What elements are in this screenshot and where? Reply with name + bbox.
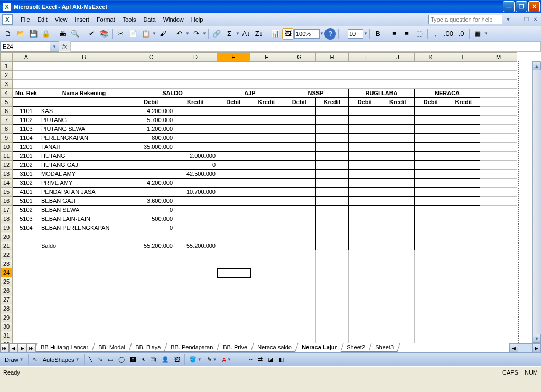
new-icon[interactable]: 🗋: [2, 28, 14, 40]
cell-K19[interactable]: [415, 223, 447, 232]
cell-L31[interactable]: [447, 331, 480, 340]
cell-A2[interactable]: [13, 71, 480, 80]
align-left-icon[interactable]: ≡: [388, 28, 400, 40]
cell-A20[interactable]: [13, 232, 40, 241]
align-center-icon[interactable]: ≡: [401, 28, 413, 40]
sheet-tab-neraca-saldo[interactable]: Neraca saldo: [250, 343, 298, 352]
cell-K10[interactable]: [415, 143, 447, 152]
cell-G25[interactable]: [283, 277, 316, 286]
cell-I19[interactable]: [349, 223, 381, 232]
cell-C16[interactable]: 3.600.000: [128, 197, 174, 206]
cell-H5[interactable]: Kredit: [316, 98, 349, 107]
cell-G21[interactable]: [283, 241, 316, 250]
column-header-G[interactable]: G: [283, 53, 316, 62]
paste-dropdown-icon[interactable]: ▼: [152, 31, 156, 36]
cell-A26[interactable]: [13, 286, 40, 295]
cell-E20[interactable]: [217, 232, 250, 241]
cell-F10[interactable]: [250, 143, 283, 152]
cell-M12[interactable]: [480, 161, 517, 170]
cell-K30[interactable]: [415, 322, 447, 331]
cell-F5[interactable]: Kredit: [250, 98, 283, 107]
cell-J19[interactable]: [381, 223, 415, 232]
cell-E6[interactable]: [217, 107, 250, 116]
cell-A12[interactable]: 2102: [13, 161, 40, 170]
cell-M1[interactable]: [480, 62, 517, 71]
cell-H8[interactable]: [316, 125, 349, 134]
bold-icon[interactable]: B: [372, 28, 384, 40]
cell-H20[interactable]: [316, 232, 349, 241]
cell-B29[interactable]: [40, 313, 128, 322]
row-header-13[interactable]: 13: [1, 170, 13, 179]
cell-K24[interactable]: [415, 268, 447, 277]
column-header-B[interactable]: B: [40, 53, 128, 62]
name-box-dropdown-icon[interactable]: ▼: [50, 41, 59, 52]
cell-G16[interactable]: [283, 197, 316, 206]
row-header-18[interactable]: 18: [1, 214, 13, 223]
cell-I28[interactable]: [349, 304, 381, 313]
cell-M17[interactable]: [480, 206, 517, 214]
chart-wizard-icon[interactable]: 📊: [269, 28, 281, 40]
cell-J30[interactable]: [381, 322, 415, 331]
cell-I31[interactable]: [349, 331, 381, 340]
cell-H23[interactable]: [316, 259, 349, 268]
cell-K20[interactable]: [415, 232, 447, 241]
cell-L13[interactable]: [447, 170, 480, 179]
cell-K13[interactable]: [415, 170, 447, 179]
cell-C14[interactable]: 4.200.000: [128, 179, 174, 188]
cell-L11[interactable]: [447, 152, 480, 161]
line-color-icon[interactable]: ✎▼: [204, 354, 220, 365]
cell-G18[interactable]: [283, 214, 316, 223]
cell-E28[interactable]: [217, 304, 250, 313]
cell-L8[interactable]: [447, 125, 480, 134]
cell-B32[interactable]: [40, 340, 128, 343]
arrow-style-icon[interactable]: ⇄: [255, 354, 265, 365]
cell-L21[interactable]: [447, 241, 480, 250]
cell-F15[interactable]: [250, 188, 283, 197]
cell-J29[interactable]: [381, 313, 415, 322]
cell-A11[interactable]: 2101: [13, 152, 40, 161]
cell-E15[interactable]: [217, 188, 250, 197]
fill-color-icon[interactable]: 🪣▼: [186, 354, 204, 365]
cell-I17[interactable]: [349, 206, 381, 214]
cell-F20[interactable]: [250, 232, 283, 241]
cell-C17[interactable]: 0: [128, 206, 174, 214]
cell-A23[interactable]: [13, 259, 40, 268]
cell-I30[interactable]: [349, 322, 381, 331]
cell-F32[interactable]: [250, 340, 283, 343]
cell-D8[interactable]: [174, 125, 217, 134]
cell-B16[interactable]: BEBAN GAJI: [40, 197, 128, 206]
dash-style-icon[interactable]: ╌: [246, 354, 255, 365]
row-header-27[interactable]: 27: [1, 295, 13, 304]
cell-A21[interactable]: [13, 241, 40, 250]
cell-M4[interactable]: [480, 89, 517, 98]
cell-K12[interactable]: [415, 161, 447, 170]
cell-M25[interactable]: [480, 277, 517, 286]
menu-help[interactable]: Help: [188, 15, 207, 24]
cell-A5[interactable]: [13, 98, 40, 107]
cell-B22[interactable]: [40, 250, 128, 259]
cell-C28[interactable]: [128, 304, 174, 313]
cell-J23[interactable]: [381, 259, 415, 268]
cell-G4[interactable]: NSSP: [283, 89, 349, 98]
row-header-8[interactable]: 8: [1, 125, 13, 134]
cell-M14[interactable]: [480, 179, 517, 188]
cell-F28[interactable]: [250, 304, 283, 313]
cell-L10[interactable]: [447, 143, 480, 152]
cell-E7[interactable]: [217, 116, 250, 125]
cell-K8[interactable]: [415, 125, 447, 134]
cell-F9[interactable]: [250, 134, 283, 143]
cell-D31[interactable]: [174, 331, 217, 340]
research-icon[interactable]: 📚: [98, 28, 110, 40]
cell-D17[interactable]: [174, 206, 217, 214]
cell-I7[interactable]: [349, 116, 381, 125]
cell-L20[interactable]: [447, 232, 480, 241]
cell-J15[interactable]: [381, 188, 415, 197]
sheet-tab-sheet2[interactable]: Sheet2: [340, 343, 372, 352]
cell-A27[interactable]: [13, 295, 40, 304]
sheet-tab-bb-hutang-lancar[interactable]: BB Hutang Lancar: [36, 343, 95, 352]
increase-decimal-icon[interactable]: .00: [443, 28, 454, 40]
cut-icon[interactable]: ✂: [115, 28, 126, 40]
copy-icon[interactable]: 📄: [127, 28, 139, 40]
row-header-7[interactable]: 7: [1, 116, 13, 125]
cell-E24[interactable]: [217, 268, 250, 277]
